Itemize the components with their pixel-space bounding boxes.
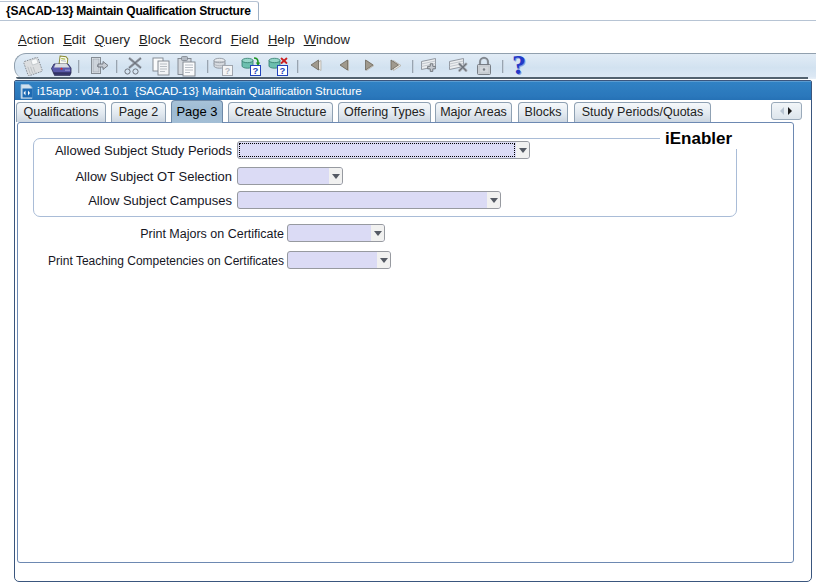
svg-text:?: ? [253, 65, 259, 76]
svg-text:?: ? [225, 66, 231, 76]
svg-text:?: ? [280, 65, 286, 76]
